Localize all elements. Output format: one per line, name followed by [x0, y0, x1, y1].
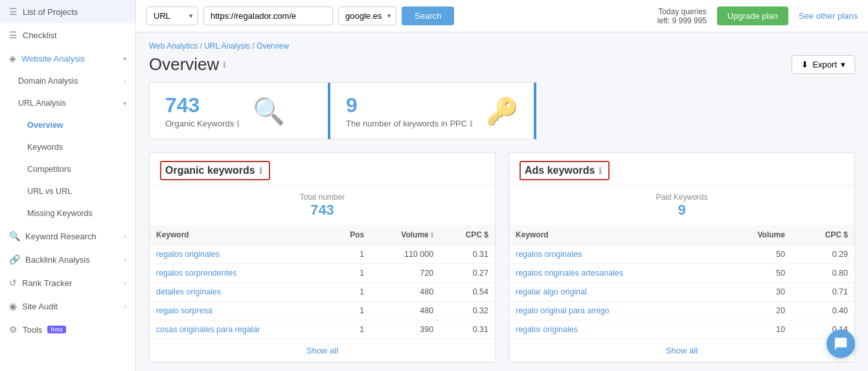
queries-label: Today queries: [657, 7, 707, 16]
col-volume: Volume ℹ: [371, 225, 440, 245]
sidebar-item-tools[interactable]: ⚙ Tools Beta: [0, 318, 135, 341]
table-row: regalos oroginales 50 0.29: [509, 245, 854, 264]
keyword-cell[interactable]: cosas originales para regalar: [150, 320, 329, 339]
keyword-cell[interactable]: regalo original para amigo: [509, 302, 720, 320]
url-type-select-wrapper[interactable]: URL Domain: [146, 6, 198, 25]
col-keyword: Keyword: [150, 225, 329, 245]
chat-bubble-button[interactable]: [827, 329, 855, 358]
sidebar-item-label: Checklist: [23, 30, 57, 40]
table-row: regalos originales 1 110 000 0.31: [150, 245, 495, 264]
ads-total-num: 9: [516, 202, 848, 219]
ads-total-label: Paid Keywords: [516, 193, 848, 202]
sidebar-item-keywords[interactable]: Keywords: [0, 136, 135, 158]
keyword-cell[interactable]: detalles originales: [150, 283, 329, 302]
rank-icon: ↺: [9, 278, 17, 288]
organic-show-all[interactable]: Show all: [150, 339, 495, 362]
pos-cell: 1: [329, 245, 371, 264]
info-icon[interactable]: ℹ: [470, 119, 473, 128]
sidebar-item-label: URL vs URL: [27, 187, 72, 196]
volume-cell: 720: [371, 264, 440, 283]
chevron-left-icon: ‹: [124, 78, 126, 85]
table-row: regalar algo original 30 0.71: [509, 283, 854, 302]
volume-cell: 390: [371, 320, 440, 339]
chevron-down-icon: ▾: [123, 55, 126, 62]
sidebar-item-url-analysis[interactable]: URL Analysis ▾: [0, 92, 135, 114]
cpc-cell: 0.40: [792, 302, 854, 320]
export-button[interactable]: ⬇ Export ▾: [792, 55, 855, 74]
url-input[interactable]: [203, 6, 333, 25]
website-analysis-icon: ◈: [9, 53, 16, 64]
keyword-cell[interactable]: regalos originales: [150, 245, 329, 264]
cpc-cell: 0.54: [440, 283, 495, 302]
ads-keywords-table: Keyword Volume CPC $ regalos oroginales …: [509, 225, 854, 339]
organic-total-num: 743: [156, 202, 488, 219]
breadcrumb-part-3[interactable]: Overview: [257, 42, 289, 51]
volume-cell: 110 000: [371, 245, 440, 264]
sidebar-item-overview[interactable]: Overview: [0, 114, 135, 136]
export-label: Export: [812, 60, 837, 69]
stat-card-text: 9 The number of keywords in PPC ℹ: [346, 93, 473, 128]
keyword-cell[interactable]: regalo sorpresa: [150, 302, 329, 320]
tools-icon: ⚙: [9, 324, 17, 335]
pos-cell: 1: [329, 283, 371, 302]
breadcrumb-part-2[interactable]: URL Analysis: [204, 42, 250, 51]
sidebar-item-keyword-research[interactable]: 🔍 Keyword Research ›: [0, 224, 135, 248]
keyword-cell[interactable]: regalos oroginales: [509, 245, 720, 264]
sidebar-item-domain-analysis[interactable]: Domain Analysis ‹: [0, 70, 135, 92]
checklist-icon: ☰: [9, 30, 17, 40]
cpc-cell: 0.80: [792, 264, 854, 283]
url-type-select[interactable]: URL Domain: [146, 6, 198, 25]
sidebar-item-missing-keywords[interactable]: Missing Keywords: [0, 202, 135, 224]
sidebar-item-label: Tools: [23, 325, 42, 335]
other-plans-link[interactable]: See other plans: [799, 11, 858, 21]
queries-info: Today queries left: 9 999 995: [657, 7, 707, 25]
volume-cell: 10: [720, 320, 792, 339]
sidebar-item-label: Overview: [27, 121, 63, 130]
ads-show-all[interactable]: Show all: [509, 339, 854, 362]
table-row: regalo original para amigo 20 0.40: [509, 302, 854, 320]
volume-cell: 480: [371, 302, 440, 320]
content-area: Web Analytics / URL Analysis / Overview …: [136, 32, 868, 371]
keyword-cell[interactable]: regalor originales: [509, 320, 720, 339]
sidebar-item-url-vs-url[interactable]: URL vs URL: [0, 180, 135, 202]
cpc-cell: 0.27: [440, 264, 495, 283]
page-title-row: Overview ℹ ⬇ Export ▾: [149, 54, 855, 75]
breadcrumb-part-1[interactable]: Web Analytics: [149, 42, 198, 51]
export-chevron-icon: ▾: [841, 60, 845, 69]
upgrade-button[interactable]: Upgrade plan: [717, 6, 788, 25]
ppc-keywords-card: 9 The number of keywords in PPC ℹ 🔑: [330, 82, 536, 139]
tables-row: Organic keywords ℹ Total number 743 Keyw…: [149, 152, 855, 363]
info-icon[interactable]: ℹ: [599, 166, 602, 176]
sidebar-item-backlink-analysis[interactable]: 🔗 Backlink Analysis ›: [0, 248, 135, 271]
organic-keywords-label: Organic Keywords ℹ: [165, 119, 240, 128]
sidebar-item-list-of-projects[interactable]: ☰ List of Projects: [0, 0, 135, 23]
info-icon[interactable]: ℹ: [236, 119, 240, 128]
sidebar-item-site-audit[interactable]: ◉ Site Audit ›: [0, 294, 135, 318]
sidebar-item-label: Backlink Analysis: [25, 255, 90, 265]
info-icon[interactable]: ℹ: [259, 166, 262, 176]
info-icon[interactable]: ℹ: [223, 60, 226, 69]
engine-select[interactable]: google.es google.com: [338, 6, 396, 25]
stat-card-text: 743 Organic Keywords ℹ: [165, 93, 240, 128]
sidebar-item-competitors[interactable]: Competitors: [0, 158, 135, 180]
sidebar-item-rank-tracker[interactable]: ↺ Rank Tracker ›: [0, 271, 135, 294]
sidebar-item-website-analysis[interactable]: ◈ Website Analysis ▾: [0, 47, 135, 70]
volume-cell: 480: [371, 283, 440, 302]
search-button[interactable]: Search: [402, 6, 454, 25]
col-pos: Pos: [329, 225, 371, 245]
cpc-cell: 0.32: [440, 302, 495, 320]
engine-select-wrapper[interactable]: google.es google.com: [338, 6, 396, 25]
table-row: regalor originales 10 0.14: [509, 320, 854, 339]
chevron-right-icon: ›: [124, 233, 126, 240]
sidebar-item-checklist[interactable]: ☰ Checklist: [0, 23, 135, 47]
ppc-keywords-label: The number of keywords in PPC ℹ: [346, 119, 473, 128]
volume-cell: 50: [720, 264, 792, 283]
topbar: URL Domain google.es google.com Search T…: [136, 0, 868, 32]
sidebar-item-label: URL Analysis: [18, 99, 66, 108]
keyword-cell[interactable]: regalar algo original: [509, 283, 720, 302]
beta-badge: Beta: [47, 326, 66, 333]
keyword-cell[interactable]: regalos originales artesanales: [509, 264, 720, 283]
ads-table-header: Ads keywords ℹ: [509, 153, 854, 186]
page-title: Overview ℹ: [149, 54, 226, 75]
keyword-cell[interactable]: regalos sorprendentes: [150, 264, 329, 283]
